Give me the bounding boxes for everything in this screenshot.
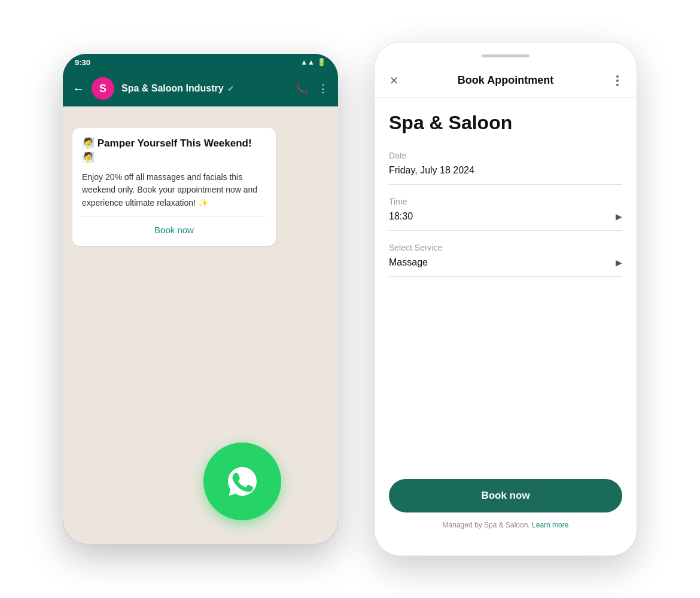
- battery-icon: 🔋: [317, 58, 326, 66]
- chat-background: 🧖 Pamper Yourself This Weekend! 🧖 Enjoy …: [63, 106, 338, 544]
- message-title: 🧖 Pamper Yourself This Weekend! 🧖: [82, 136, 266, 165]
- salon-name: Spa & Saloon: [389, 112, 622, 134]
- service-field[interactable]: Massage ▶: [389, 257, 622, 277]
- service-value: Massage: [389, 257, 428, 268]
- booking-header: ✕ Book Appointment: [375, 64, 637, 97]
- status-time: 9:30: [75, 58, 90, 67]
- status-icons: ▲▲ 🔋: [300, 58, 326, 66]
- time-field[interactable]: 18:30 ▶: [389, 211, 622, 231]
- ios-notch-bar: [375, 42, 637, 64]
- managed-by-text: Managed by Spa & Saloon. Learn more: [375, 521, 637, 529]
- time-arrow-icon: ▶: [616, 212, 622, 221]
- scene: 9:30 ▲▲ 🔋 ← S Spa & Saloon Industry ✔ 📞 …: [21, 24, 679, 574]
- whatsapp-circle-badge: [203, 443, 281, 520]
- date-label: Date: [389, 151, 622, 160]
- managed-by-label: Managed by Spa & Saloon.: [443, 521, 530, 529]
- header-actions: 📞 ⋮: [295, 82, 328, 95]
- more-options-button[interactable]: [608, 71, 627, 90]
- time-label: Time: [389, 197, 622, 206]
- contact-info: Spa & Saloon Industry ✔: [121, 83, 288, 94]
- avatar: S: [92, 77, 114, 100]
- verified-badge-icon: ✔: [227, 84, 235, 93]
- time-value: 18:30: [389, 211, 413, 222]
- more-dot-2: [616, 80, 619, 82]
- message-divider: [82, 216, 266, 216]
- more-dot-3: [616, 84, 619, 86]
- service-label: Select Service: [389, 243, 622, 252]
- book-now-button[interactable]: Book now: [389, 479, 622, 512]
- chat-header: ← S Spa & Saloon Industry ✔ 📞 ⋮: [63, 71, 338, 106]
- signal-icon: ▲▲: [300, 58, 315, 66]
- ios-notch: [482, 54, 529, 57]
- whatsapp-logo-svg: [218, 457, 266, 505]
- status-bar: 9:30 ▲▲ 🔋: [63, 54, 338, 71]
- phone-icon[interactable]: 📞: [295, 82, 308, 95]
- message-body: Enjoy 20% off all massages and facials t…: [82, 171, 266, 210]
- more-dot-1: [616, 75, 619, 78]
- back-arrow-icon[interactable]: ←: [72, 82, 84, 96]
- message-bubble: 🧖 Pamper Yourself This Weekend! 🧖 Enjoy …: [72, 128, 276, 246]
- booking-title: Book Appointment: [403, 74, 608, 87]
- book-now-chat-link[interactable]: Book now: [82, 222, 266, 237]
- date-value: Friday, July 18 2024: [389, 165, 474, 176]
- contact-name: Spa & Saloon Industry: [121, 83, 224, 94]
- service-arrow-icon: ▶: [616, 258, 622, 267]
- booking-content: Spa & Saloon Date Friday, July 18 2024 T…: [375, 97, 637, 277]
- ios-phone: ✕ Book Appointment Spa & Saloon Date Fri…: [374, 42, 637, 556]
- learn-more-link[interactable]: Learn more: [532, 521, 568, 529]
- date-field[interactable]: Friday, July 18 2024: [389, 165, 622, 185]
- more-options-icon[interactable]: ⋮: [318, 82, 328, 95]
- android-phone: 9:30 ▲▲ 🔋 ← S Spa & Saloon Industry ✔ 📞 …: [63, 54, 338, 544]
- close-button[interactable]: ✕: [384, 71, 403, 90]
